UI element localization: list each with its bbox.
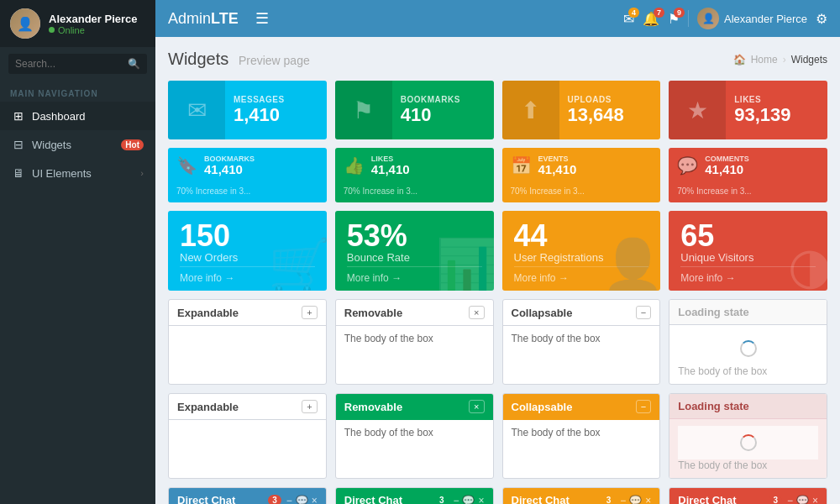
topnav-avatar: 👤	[697, 8, 719, 29]
tile2-bookmarks-sub: 70% Increase in 3...	[176, 186, 318, 196]
box-tools-removable-green: ×	[469, 400, 484, 413]
chat-header-3: Direct Chat 3 − 💬 ×	[669, 488, 827, 504]
chat-comment-btn-3[interactable]: 💬	[796, 495, 809, 505]
user-menu[interactable]: 👤 Alexander Pierce	[697, 8, 807, 29]
chart-icon: 📊	[435, 235, 494, 291]
page-title: Widgets	[168, 50, 228, 68]
box-tools-expandable-2: +	[302, 400, 317, 413]
flag-icon[interactable]: ⚑ 9	[668, 11, 680, 27]
chat-title-3: Direct Chat	[678, 494, 764, 504]
bell-badge: 7	[654, 8, 664, 18]
tile-uploads-info: UPLOADS 13,648	[559, 81, 661, 139]
tile2-likes-icon: 👍	[344, 155, 365, 176]
tile2-comments-sub: 70% Increase in 3...	[677, 186, 819, 196]
chat-minus-btn-2[interactable]: −	[620, 495, 626, 505]
toggle-sidebar-button[interactable]: ☰	[255, 9, 269, 28]
sidebar-status-label: Online	[58, 25, 85, 35]
chat-minus-btn-0[interactable]: −	[286, 495, 292, 505]
tile-messages: ✉ MESSAGES 1,410	[168, 81, 327, 139]
page-content: Widgets Preview page 🏠 Home › Widgets ✉ …	[155, 37, 840, 504]
chat-comment-btn-0[interactable]: 💬	[296, 495, 308, 505]
tile2-events[interactable]: 📅 EVENTS 41,410 70% Increase in 3...	[502, 148, 661, 202]
app-logo: AdminLTE	[168, 10, 239, 28]
tile-bookmarks-info: BOOKMARKS 410	[392, 81, 494, 139]
tile-messages-label: MESSAGES	[234, 95, 318, 104]
box-header-loading-1: Loading state	[669, 300, 827, 325]
expand-button-2[interactable]: +	[302, 400, 317, 413]
box-header-expandable-2: Expandable +	[169, 394, 326, 420]
sidebar-user-info: Alexander Pierce Online	[49, 13, 138, 35]
settings-icon[interactable]: ⚙	[816, 11, 827, 27]
remove-button[interactable]: ×	[469, 306, 484, 319]
info-box-visitors: 65 Unique Visitors More info → ◑	[669, 211, 827, 291]
box-body-removable-1: The body of the box	[336, 326, 493, 351]
chat-badge-2: 3	[602, 495, 616, 504]
chat-boxes-row: Direct Chat 3 − 💬 × 👤 Alexander Pierce	[168, 487, 827, 504]
chevron-right-icon: ›	[140, 168, 144, 178]
breadcrumb-home[interactable]: Home	[751, 54, 778, 66]
box-tools-removable-1: ×	[469, 306, 484, 319]
tile2-likes-value: 41,410	[371, 163, 410, 177]
breadcrumb-current: Widgets	[791, 54, 827, 66]
page-subtitle: Preview page	[239, 54, 310, 67]
chat-close-btn-1[interactable]: ×	[478, 495, 484, 505]
chat-close-btn-0[interactable]: ×	[312, 495, 318, 505]
sidebar-item-widgets[interactable]: ⊟ Widgets Hot	[0, 130, 155, 159]
chat-header-0: Direct Chat 3 − 💬 ×	[169, 488, 326, 504]
box-collapsable-1: Collapsable − The body of the box	[502, 299, 661, 385]
tile2-bookmarks-icon: 🔖	[176, 155, 197, 176]
arrow-right-icon: →	[391, 272, 402, 284]
collapse-button-yellow[interactable]: −	[636, 400, 651, 413]
tile2-comments[interactable]: 💬 COMMENTS 41,410 70% Increase in 3...	[669, 148, 827, 202]
box-tools-collapsable-yellow: −	[636, 400, 651, 413]
tile2-bookmarks[interactable]: 🔖 BOOKMARKS 41,410 70% Increase in 3...	[168, 148, 327, 202]
tile-uploads-label: UPLOADS	[568, 95, 653, 104]
chat-box-2: Direct Chat 3 − 💬 × 👤 Alexander Pierce	[502, 487, 661, 504]
tile2-likes[interactable]: 👍 LIKES 41,410 70% Increase in 3...	[335, 148, 494, 202]
tile2-likes-sub: 70% Increase in 3...	[344, 186, 486, 196]
tile-bookmarks: ⚑ BOOKMARKS 410	[335, 81, 494, 139]
tile-messages-info: MESSAGES 1,410	[225, 81, 327, 139]
box-title-expandable-2: Expandable	[177, 401, 239, 413]
box-title-removable-green: Removable	[344, 401, 402, 413]
expand-button[interactable]: +	[302, 306, 317, 319]
sidebar-search-wrap: 🔍	[0, 47, 155, 81]
sidebar-item-dashboard[interactable]: ⊞ Dashboard	[0, 102, 155, 130]
tile-likes-icon: ★	[669, 81, 726, 139]
tile-bookmarks-value: 410	[401, 104, 486, 126]
box-header-removable-1: Removable ×	[336, 300, 493, 326]
collapse-button[interactable]: −	[636, 306, 651, 319]
arrow-right-icon: →	[559, 272, 569, 284]
bell-icon[interactable]: 🔔 7	[643, 11, 659, 27]
chat-box-3: Direct Chat 3 − 💬 × 👤 Alexander Pierce	[669, 487, 827, 504]
chat-close-btn-3[interactable]: ×	[812, 495, 818, 505]
chat-close-btn-2[interactable]: ×	[645, 495, 651, 505]
tile-uploads: ⬆ UPLOADS 13,648	[502, 81, 661, 139]
mail-icon[interactable]: ✉ 4	[623, 11, 634, 27]
box-body-removable-green: The body of the box	[336, 420, 493, 445]
info-box-bounce: 53% Bounce Rate More info → 📊	[335, 211, 494, 291]
box-removable-green: Removable × The body of the box	[335, 393, 494, 479]
stat-tiles-row2: 🔖 BOOKMARKS 41,410 70% Increase in 3... …	[168, 148, 827, 202]
tile-likes-value: 93,139	[734, 104, 819, 126]
spinner-1	[740, 340, 757, 357]
chat-comment-btn-2[interactable]: 💬	[629, 495, 642, 505]
box-header-collapsable-1: Collapsable −	[503, 300, 660, 326]
search-input[interactable]	[8, 54, 147, 74]
flag-badge: 9	[674, 8, 685, 18]
sidebar-item-ui-elements[interactable]: 🖥 UI Elements ›	[0, 159, 155, 187]
avatar: 👤	[10, 8, 40, 39]
box-loading-red: Loading state The body of the box	[669, 393, 827, 479]
box-tools-expandable-1: +	[302, 306, 317, 319]
box-title-removable-1: Removable	[344, 307, 402, 319]
box-expandable-1: Expandable +	[168, 299, 327, 385]
remove-button-green[interactable]: ×	[469, 400, 484, 413]
chat-comment-btn-1[interactable]: 💬	[462, 495, 475, 505]
tile2-events-sub: 70% Increase in 3...	[511, 186, 653, 196]
chat-minus-btn-3[interactable]: −	[787, 495, 793, 505]
tile-likes-label: LIKES	[734, 95, 819, 104]
top-navbar: AdminLTE ☰ ✉ 4 🔔 7 ⚑ 9 👤 Alexander Pierc…	[155, 0, 840, 37]
ui-elements-icon: 🖥	[12, 166, 25, 180]
chat-title-2: Direct Chat	[512, 494, 597, 504]
chat-minus-btn-1[interactable]: −	[453, 495, 459, 505]
